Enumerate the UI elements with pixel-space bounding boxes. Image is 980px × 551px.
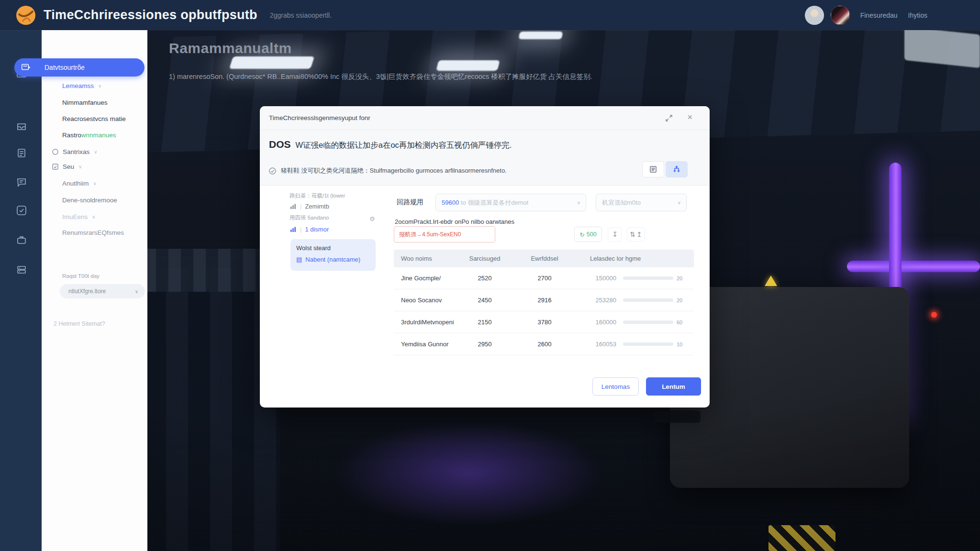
icon-rail [0, 30, 42, 551]
table-row[interactable]: Yemdiisa Gunnor 2950 2600 160053 10 [394, 333, 694, 355]
document-icon: ▤ [296, 256, 302, 263]
table-row[interactable]: 3rdulrdiMetvnopeni 2150 3780 160000 60 [394, 311, 694, 333]
secondary-button[interactable]: Lentomas [592, 377, 639, 396]
chevron-down-icon: ∨ [94, 149, 97, 154]
selected-source-card[interactable]: Wolst steard ▤ Nabent (namtcame) [290, 239, 376, 271]
circle-icon [52, 148, 59, 155]
cell-name: Jine Gocmple/ [394, 275, 456, 282]
table-header-row: Woo noims Sarcisuged Ewrfddsel Lelasdec … [394, 250, 694, 267]
cell-percent: 60 [677, 320, 691, 325]
sidebar-item[interactable]: Anutlhiim [62, 180, 89, 187]
dialog: TimeChcrireesslsgenmesyuput fonr × DOS W… [260, 106, 710, 408]
close-icon[interactable]: × [687, 112, 692, 122]
download-sort-button[interactable]: ↧ [608, 227, 622, 242]
server-icon[interactable] [16, 264, 27, 276]
filter-select-type[interactable]: 机宜选知m0to ∨ [596, 194, 687, 211]
chat-icon[interactable] [16, 176, 27, 188]
briefcase-icon[interactable] [16, 234, 27, 246]
column-header: Sarcisuged [456, 255, 513, 262]
card-link[interactable]: ▤ Nabent (namtcame) [296, 256, 370, 263]
sidebar-dropdown[interactable]: ntlutXfgre.ltore ∨ [60, 284, 145, 298]
document-icon[interactable] [16, 147, 27, 159]
sidebar-item[interactable]: Lemeamss [62, 82, 94, 89]
cell-evolved: 2700 [513, 275, 576, 282]
cell-limit: 150000 [576, 275, 616, 282]
sidebar-item[interactable]: Nimmamfanues [62, 99, 108, 106]
progress-bar [623, 276, 673, 280]
check-box-icon[interactable] [16, 205, 27, 216]
sidebar-item[interactable]: Dene-snoldremooe [62, 197, 117, 204]
sidebar-item[interactable]: RenumsrarsEQfsmes [62, 229, 124, 236]
info-row: 猪鞋鞋 没可职之类化河道隔绝：Stulfmagerbcillo gurmoces… [268, 166, 507, 175]
gear-icon[interactable]: ⚙ [369, 215, 375, 222]
cell-evolved: 2916 [513, 297, 576, 304]
avatar[interactable] [805, 6, 824, 25]
card-title: Wolst steard [296, 244, 370, 252]
sidebar-item-active[interactable]: Datvtsourtrõe [14, 58, 145, 77]
cell-limit: 160053 [576, 341, 616, 348]
page-description: 1) marenresoSon. (Qurdnesoc* RB..Eamai80… [169, 72, 714, 82]
cell-name: Neoo Socanov [394, 297, 456, 304]
filter-select-range[interactable]: 59600 to 领级选算是各付demot ∨ [435, 194, 586, 211]
alert-input[interactable] [394, 226, 495, 242]
sidebar-item[interactable]: ImuEens [62, 213, 88, 220]
brand-title: TimeCchrireessiones opbutfpsutb [44, 8, 257, 22]
page-title: Ramammanualtm [169, 40, 714, 56]
dialog-title: TimeChcrireesslsgenmesyuput fonr [269, 114, 370, 121]
app-logo-icon [16, 5, 36, 25]
data-table: Woo noims Sarcisuged Ewrfddsel Lelasdec … [394, 250, 694, 355]
cell-name: 3rdulrdiMetvnopeni [394, 319, 456, 326]
column-header: Ewrfddsel [513, 255, 576, 262]
source-item[interactable]: | Zemimtb [290, 203, 329, 210]
divider: | [300, 226, 301, 233]
expand-icon[interactable] [665, 114, 673, 122]
square-check-icon [52, 163, 59, 170]
sidebar-item[interactable]: Reacrosestvcns matie [62, 115, 126, 122]
inbox-icon[interactable] [16, 121, 27, 132]
user-name-secondary[interactable]: Ihytios [908, 11, 927, 19]
table-row[interactable]: Neoo Socanov 2450 2916 253280 20 [394, 289, 694, 311]
cell-limit: 253280 [576, 297, 616, 304]
sidebar-item[interactable]: Seu [63, 163, 74, 170]
dropdown-value: ntlutXfgre.ltore [68, 288, 106, 295]
chevron-down-icon: ∨ [678, 200, 681, 205]
chevron-down-icon: ∨ [98, 83, 101, 88]
cell-sent: 2150 [456, 319, 513, 326]
filter-label: 回路规用 [397, 198, 423, 207]
primary-button[interactable]: Lentum [646, 377, 701, 396]
list-view-button[interactable] [642, 161, 664, 177]
dialog-left-panel: 路归基：苺载/1t (lower | Zemimtb 用四班 5andano ⚙… [289, 186, 384, 377]
source-item-label: Zemimtb [305, 203, 329, 210]
dialog-header-area: TimeChcrireesslsgenmesyuput fonr × DOS W… [260, 106, 710, 186]
cell-name: Yemdiisa Gunnor [394, 341, 456, 348]
cell-percent: 10 [677, 342, 691, 347]
chevron-down-icon: ∨ [92, 214, 95, 220]
cell-percent: 20 [677, 298, 691, 303]
info-badge-icon [268, 167, 277, 175]
tree-view-button[interactable] [666, 161, 688, 177]
card-icon [21, 62, 31, 73]
table-row[interactable]: Jine Gocmple/ 2520 2700 150000 20 [394, 267, 694, 289]
progress-bar [623, 298, 673, 302]
app-window: #/draharoals Ramammanualtm 1) marenresoS… [0, 0, 980, 551]
dialog-headline: DOS W证强e临的数据让加步a在oc再加检测内容五视仍倘严锤停完. [269, 139, 512, 151]
column-header: Lelasdec lor hgme [576, 255, 694, 262]
dialog-footer: Lentomas Lentum [260, 377, 710, 396]
info-text: 猪鞋鞋 没可职之类化河道隔绝：Stulfmagerbcillo gurmoces… [281, 166, 507, 175]
updown-arrows-icon: ⇅ [630, 231, 635, 238]
view-toggle [642, 161, 688, 177]
source-item[interactable]: | 1 dismor [290, 226, 329, 233]
chevron-down-icon: ∨ [135, 289, 138, 294]
refresh-count-button[interactable]: ↻ 500 [574, 227, 602, 242]
progress-bar [623, 320, 673, 324]
sort-toggle-button[interactable]: ⇅ ↥ [627, 227, 645, 242]
sidebar-item[interactable]: Rastrownnmanues [62, 132, 116, 139]
avatar[interactable] [831, 6, 850, 25]
bar-chart-icon [290, 226, 297, 233]
count-label: 500 [587, 231, 597, 238]
arrow-down-icon: ↧ [612, 231, 618, 238]
sidebar-footer-link[interactable]: 2 Hetmert Sitemat? [54, 320, 105, 327]
sidebar-item[interactable]: Santrixas [63, 148, 89, 155]
dialog-right-panel: 回路规用 59600 to 领级选算是各付demot ∨ 机宜选知m0to ∨ … [394, 186, 701, 377]
user-name-primary[interactable]: Finesuredau [860, 11, 898, 19]
